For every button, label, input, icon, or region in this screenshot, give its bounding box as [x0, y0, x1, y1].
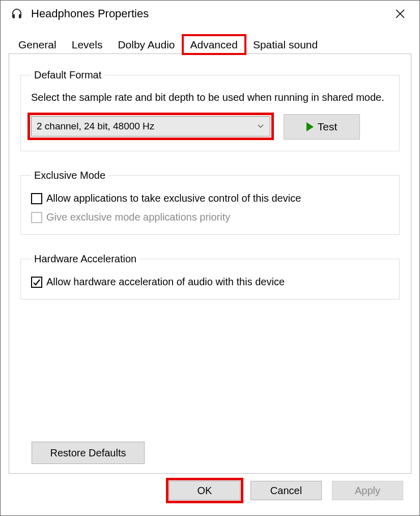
exclusive-priority-checkbox: [31, 212, 42, 223]
tabpanel-advanced: Default Format Select the sample rate an…: [9, 53, 411, 474]
hardware-acceleration-legend: Hardware Acceleration: [31, 253, 139, 265]
window-title: Headphones Properties: [31, 7, 386, 20]
titlebar: Headphones Properties: [1, 1, 419, 27]
test-button[interactable]: Test: [284, 114, 360, 140]
sample-format-value: 2 channel, 24 bit, 48000 Hz: [37, 121, 257, 132]
tab-advanced[interactable]: Advanced: [183, 35, 245, 54]
chevron-down-icon: [257, 124, 265, 128]
close-button[interactable]: [386, 1, 414, 27]
dialog-button-row: OK Cancel Apply: [9, 474, 411, 507]
exclusive-mode-group: Exclusive Mode Allow applications to tak…: [20, 170, 400, 235]
allow-hardware-accel-label: Allow hardware acceleration of audio wit…: [46, 276, 285, 288]
default-format-group: Default Format Select the sample rate an…: [20, 69, 400, 151]
default-format-description: Select the sample rate and bit depth to …: [31, 90, 389, 105]
tab-spatial-sound[interactable]: Spatial sound: [245, 35, 325, 54]
allow-exclusive-label: Allow applications to take exclusive con…: [46, 193, 301, 204]
allow-exclusive-checkbox[interactable]: [31, 193, 42, 204]
headphones-icon: [10, 7, 24, 21]
allow-hardware-accel-checkbox[interactable]: [31, 277, 42, 288]
play-icon: [306, 122, 314, 131]
default-format-legend: Default Format: [31, 69, 104, 81]
sample-format-select[interactable]: 2 channel, 24 bit, 48000 Hz: [31, 116, 270, 137]
tab-levels[interactable]: Levels: [64, 35, 110, 54]
exclusive-priority-label: Give exclusive mode applications priorit…: [46, 211, 230, 223]
headphones-properties-dialog: Headphones Properties General Levels Dol…: [0, 0, 420, 516]
tab-general[interactable]: General: [11, 35, 64, 54]
tabstrip: General Levels Dolby Audio Advanced Spat…: [9, 35, 411, 54]
tab-dolby-audio[interactable]: Dolby Audio: [110, 35, 182, 54]
ok-button[interactable]: OK: [169, 481, 240, 500]
cancel-button[interactable]: Cancel: [250, 481, 322, 500]
test-button-label: Test: [318, 121, 338, 133]
apply-button: Apply: [332, 481, 403, 500]
exclusive-mode-legend: Exclusive Mode: [31, 170, 108, 181]
hardware-acceleration-group: Hardware Acceleration Allow hardware acc…: [20, 253, 400, 300]
restore-defaults-button[interactable]: Restore Defaults: [32, 442, 145, 464]
